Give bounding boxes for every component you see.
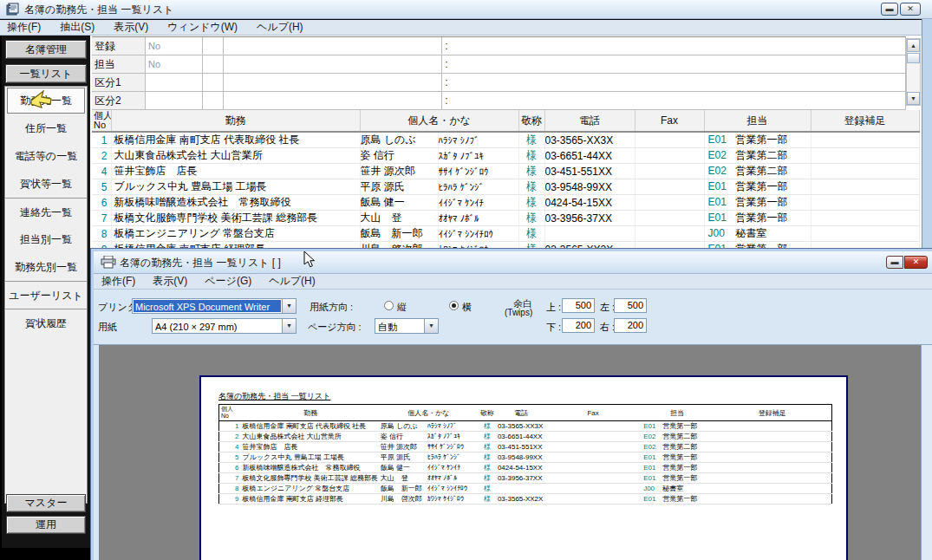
form-extra-field[interactable]: [451, 55, 906, 74]
form-row-label: 担当: [92, 55, 146, 74]
sidebar-nav-item[interactable]: 勤務先別一覧: [5, 253, 87, 281]
preview-table-row: 1 板橋信用金庫 南町支店 代表取締役 社長 原島 しのぶ ﾊﾗｼﾏ ｼﾉﾌﾞ …: [219, 421, 832, 432]
cell-work: 笹井宝飾店 店長: [111, 164, 360, 179]
preview-cell-kana: ｶﾜｼﾏ ｹｲｼﾞﾛｳ: [427, 494, 477, 505]
preview-cell-work: 板橋文化服飾専門学校 美術工芸課 総務部長: [241, 473, 381, 484]
printer-select[interactable]: Microsoft XPS Document Writer ▼: [132, 298, 297, 314]
col-header-tanto: 担当: [704, 110, 811, 132]
sidebar-bottom-button[interactable]: マスター: [6, 494, 86, 512]
preview-cell-no: 2: [219, 432, 241, 442]
preview-table-row: 4 笹井宝飾店 店長 笹井 源次郎 ｻｻｲ ｹﾞﾝｼﾞﾛｳ 様 03-451-5…: [219, 442, 832, 453]
form-small-field[interactable]: [203, 55, 224, 74]
form-extra-field[interactable]: [451, 74, 906, 92]
chevron-down-icon[interactable]: ▼: [424, 319, 438, 333]
scroll-thumb[interactable]: [907, 53, 920, 63]
chevron-down-icon[interactable]: ▼: [282, 319, 296, 333]
margin-left-input[interactable]: 500: [614, 298, 647, 313]
preview-cell-honorific: 様: [477, 463, 498, 473]
preview-col-tel: 電話: [498, 405, 544, 421]
form-code-field[interactable]: [146, 92, 203, 110]
preview-cell-tanto: E02営業第二部: [642, 442, 713, 453]
dialog-minimize-button[interactable]: ▬: [886, 256, 903, 269]
preview-cell-fax: [544, 463, 642, 473]
dialog-close-button[interactable]: ✕: [904, 256, 928, 269]
close-button[interactable]: ✕: [900, 3, 921, 16]
scroll-up-button[interactable]: ▲: [907, 39, 920, 52]
form-small-field[interactable]: [203, 92, 224, 110]
preview-cell-tel: 03-6651-44XX: [498, 432, 544, 442]
cell-kana: ｲｲｼﾞﾏ ｹﾝｲﾁ: [438, 195, 518, 211]
sidebar-nav-item[interactable]: 賀状履歴: [5, 309, 87, 336]
table-row[interactable]: 4 笹井宝飾店 店長 笹井 源次郎 ｻｻｲ ｹﾞﾝｼﾞﾛｳ 様 03-451-5…: [92, 164, 919, 179]
table-row[interactable]: 6 新板橋味噌醸造株式会社 常務取締役 飯島 健一 ｲｲｼﾞﾏ ｹﾝｲﾁ 様 0…: [92, 195, 919, 211]
preview-cell-tanto: E01営業第一部: [642, 421, 713, 432]
table-row[interactable]: 2 大山東食品株式会社 大山営業所 姿 信行 ｽｶﾞﾀ ﾉﾌﾞﾕｷ 様 03-6…: [92, 148, 919, 164]
form-row-label: 区分1: [92, 74, 146, 92]
cell-tel: 03-451-551XX: [544, 164, 635, 179]
form-code-field[interactable]: [146, 74, 203, 92]
table-row[interactable]: 5 ブルックス中丸 豊島工場 工場長 平原 源氏 ﾋﾗﾊﾗ ｹﾞﾝｼﾞ 様 03…: [92, 179, 919, 195]
menu-item[interactable]: 操作(F): [7, 20, 41, 35]
preview-col-note: 登録補足: [713, 405, 831, 421]
page-direction-select[interactable]: 自動 ▼: [375, 318, 439, 334]
preview-scrollbar[interactable]: [921, 345, 932, 560]
table-row[interactable]: 1 板橋信用金庫 南町支店 代表取締役 社長 原島 しのぶ ﾊﾗｼﾏ ｼﾉﾌﾞ …: [92, 132, 919, 148]
preview-col-work: 勤務: [241, 405, 381, 421]
dialog-menu-item[interactable]: 表示(V): [153, 274, 187, 289]
form-code-field[interactable]: No: [146, 37, 203, 55]
sidebar-bottom-button[interactable]: 運用: [6, 516, 86, 534]
cell-fax: [635, 148, 704, 164]
sidebar-nav-item[interactable]: 電話等の一覧: [5, 142, 87, 170]
dialog-menu-item[interactable]: ヘルプ(H): [269, 274, 316, 289]
margin-right-input[interactable]: 200: [614, 318, 647, 333]
cell-tanto: E01営業第一部: [704, 211, 811, 226]
form-value-field[interactable]: [224, 92, 442, 110]
cell-name: 笹井 源次郎: [360, 164, 438, 179]
margin-bottom-input[interactable]: 200: [562, 318, 595, 333]
margin-top-input[interactable]: 500: [562, 298, 595, 313]
form-value-field[interactable]: [224, 55, 442, 74]
preview-cell-fax: [544, 484, 642, 494]
form-code-field[interactable]: No: [146, 55, 203, 74]
table-header-row: 個人No 勤務 個人名・かな 敬称 電話 Fax 担当 登録補足: [92, 110, 919, 132]
paper-select[interactable]: A4 (210 × 297 mm) ▼: [152, 318, 297, 334]
radio-portrait[interactable]: [384, 301, 394, 310]
table-row[interactable]: 7 板橋文化服飾専門学校 美術工芸課 総務部長 大山 登 ｵｵﾔﾏ ﾉﾎﾞﾙ 様…: [92, 211, 919, 226]
form-small-field[interactable]: [203, 74, 224, 92]
menu-item[interactable]: ウィンドウ(W): [167, 20, 238, 35]
radio-portrait-label[interactable]: 縦: [397, 301, 407, 314]
form-value-field[interactable]: [224, 74, 442, 92]
minimize-button[interactable]: ▬: [881, 3, 898, 16]
dialog-menu-item[interactable]: ページ(G): [205, 274, 251, 289]
radio-landscape[interactable]: [449, 301, 459, 310]
print-preview-dialog: 名簿の勤務先・担当 一覧リスト [ ] ▬ ✕ 操作(F)表示(V)ページ(G)…: [91, 249, 932, 560]
chevron-down-icon[interactable]: ▼: [282, 299, 296, 313]
form-small-field[interactable]: [203, 37, 224, 55]
form-value-field[interactable]: [224, 37, 442, 55]
table-row[interactable]: 8 板橋エンジニアリング 常盤台支店 飯島 新一郎 ｲｲｼﾞﾏ ｼﾝｲﾁﾛｳ 様…: [92, 226, 919, 242]
menu-item[interactable]: ヘルプ(H): [257, 20, 303, 35]
preview-cell-tel: 03-3565-XX3X: [498, 421, 544, 432]
sidebar-nav-item[interactable]: 担当別一覧: [5, 225, 87, 253]
page-direction-value: 自動: [376, 320, 423, 332]
cell-tanto: J00秘書室: [704, 226, 811, 242]
sidebar-nav-item[interactable]: 賀状等一覧: [5, 170, 87, 198]
dialog-menu-item[interactable]: 操作(F): [101, 274, 135, 289]
form-extra-field[interactable]: [451, 92, 906, 110]
sidebar-nav-item[interactable]: 住所一覧: [5, 114, 87, 142]
form-extra-field[interactable]: [451, 37, 906, 55]
menu-item[interactable]: 表示(V): [114, 20, 148, 35]
form-scrollbar[interactable]: ▲ ▼: [906, 38, 921, 106]
radio-landscape-label[interactable]: 横: [462, 301, 472, 314]
sidebar-top-button[interactable]: 名簿管理: [5, 40, 87, 59]
cell-tel: 03-3956-37XX: [544, 211, 635, 226]
dialog-menubar: 操作(F)表示(V)ページ(G)ヘルプ(H): [94, 274, 932, 290]
cell-fax: [635, 195, 704, 211]
scroll-down-button[interactable]: ▼: [907, 92, 920, 105]
sidebar-nav-item[interactable]: ユーザーリスト: [5, 281, 87, 309]
sidebar-nav-item[interactable]: 連絡先一覧: [5, 198, 87, 225]
preview-col-fax: Fax: [544, 405, 642, 421]
preview-cell-honorific: 様: [477, 453, 498, 463]
menu-item[interactable]: 抽出(S): [60, 20, 95, 35]
sidebar-top-button[interactable]: 一覧リスト: [5, 64, 87, 83]
